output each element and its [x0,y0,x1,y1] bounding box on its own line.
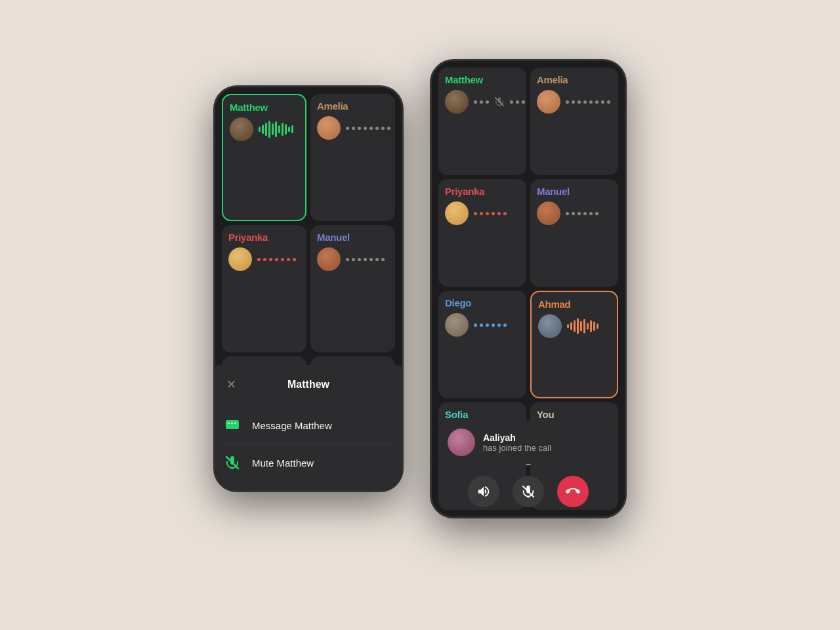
avatar-ahmad-right [538,314,562,338]
mute-indicator-matthew [494,95,505,108]
left-phone: Matthew [213,85,404,492]
popup-item-mute[interactable]: Mute Matthew [222,444,395,481]
participant-card-diego-right[interactable]: Diego [438,291,526,398]
participant-bottom-matthew-right [445,89,520,114]
avatar-manuel-right [537,201,560,225]
popup-header: ✕ Matthew [222,375,395,394]
participant-name-amelia: Amelia [317,100,388,112]
dots-diego-right [474,324,520,327]
participant-card-manuel-right[interactable]: Manuel [530,179,618,287]
participant-name-diego-right: Diego [445,297,520,308]
notification-subtext: has joined the call [483,443,551,453]
dots-amelia [346,127,390,130]
svg-rect-1 [228,423,230,424]
avatar-priyanka [228,247,252,271]
svg-rect-0 [226,420,239,429]
participant-card-ahmad-right[interactable]: Ahmad [530,291,618,398]
waveform-matthew [259,121,299,138]
notification-name: Aaliyah [483,432,551,443]
popup-menu: ✕ Matthew Message Matthew [213,365,404,492]
end-call-button[interactable] [557,476,589,507]
avatar-matthew-right [445,90,469,114]
participant-bottom-diego-right [445,312,520,337]
participant-bottom-priyanka [228,247,300,272]
participant-name-amelia-right: Amelia [537,74,612,85]
participant-bottom-priyanka-right [445,201,520,226]
participant-name-ahmad-right: Ahmad [538,299,610,310]
end-call-icon [566,484,580,499]
popup-item-message[interactable]: Message Matthew [222,407,395,444]
participant-card-manuel[interactable]: Manuel [310,225,395,352]
scene: Matthew [213,85,627,545]
popup-close-button[interactable]: ✕ [222,375,240,394]
participant-bottom-matthew [230,117,299,142]
call-controls [432,476,625,507]
participant-card-priyanka[interactable]: Priyanka [222,225,306,352]
participant-bottom-amelia [317,116,388,140]
avatar-manuel [317,247,341,271]
participant-name-sofia-right: Sofia [445,409,520,420]
avatar-amelia-right [537,90,560,114]
notification-text: Aaliyah has joined the call [483,432,551,453]
dots-manuel [346,258,388,261]
dots-amelia-right [566,100,612,104]
participant-card-matthew-right[interactable]: Matthew [438,68,526,175]
avatar-aaliyah [448,429,475,456]
svg-rect-2 [231,423,233,424]
mute-matthew-label: Mute Matthew [252,457,314,469]
mute-button-control[interactable] [513,476,544,507]
participant-name-manuel: Manuel [317,232,388,243]
participant-card-amelia[interactable]: Amelia [310,94,395,221]
svg-rect-3 [234,423,236,424]
participant-card-amelia-right[interactable]: Amelia [530,68,618,175]
dots-priyanka-right [474,212,520,215]
popup-title: Matthew [287,379,329,390]
participant-bottom-manuel [317,247,388,272]
avatar-amelia [317,116,341,140]
avatar-diego-right [445,313,469,337]
avatar-priyanka-right [445,201,469,225]
participant-bottom-ahmad-right [538,314,610,339]
participant-name-priyanka-right: Priyanka [445,186,520,197]
dots-priyanka [257,258,300,261]
message-matthew-label: Message Matthew [252,420,332,431]
avatar-matthew [230,117,253,141]
participant-name-matthew-right: Matthew [445,74,520,85]
dots-matthew-right [474,100,489,104]
participant-bottom-manuel-right [537,201,612,226]
participant-bottom-amelia-right [537,89,612,114]
participant-card-priyanka-right[interactable]: Priyanka [438,179,526,287]
participant-name-matthew: Matthew [230,102,299,113]
dots-manuel-right [566,212,612,215]
speaker-icon [476,484,491,499]
mute-ctrl-icon [521,484,536,499]
speaker-button[interactable] [468,476,499,507]
notification-bar: Aaliyah has joined the call [438,421,618,464]
participant-name-manuel-right: Manuel [537,186,612,197]
message-icon [222,415,243,436]
participant-name-you-right: You [537,409,612,420]
mute-icon [222,452,243,473]
participant-name-priyanka: Priyanka [228,232,300,243]
right-phone: Matthew [430,59,627,518]
participant-card-matthew[interactable]: Matthew [222,94,306,221]
waveform-ahmad [567,318,610,334]
